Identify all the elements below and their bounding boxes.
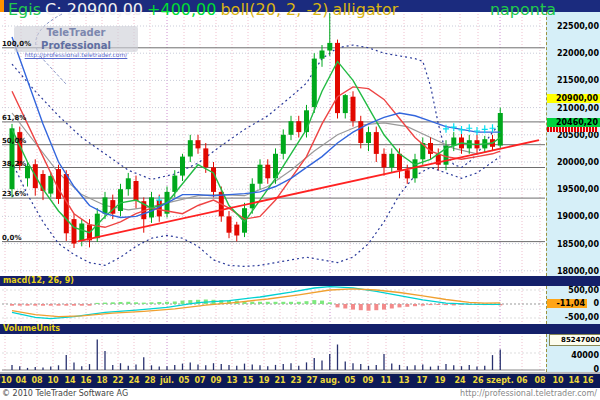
time-axis-label: 24 — [454, 376, 465, 385]
chart-svg[interactable] — [0, 0, 600, 400]
traded-price-badge: 20460,20 — [547, 118, 600, 127]
time-axis-label: 09 — [362, 376, 373, 385]
price-axis-label: 22000,00 — [557, 49, 599, 58]
time-axis-label: 18 — [96, 376, 107, 385]
chart-canvas[interactable] — [0, 0, 600, 400]
symbol-label: Egis — [8, 0, 41, 19]
watermark-brand: TeleTrader — [47, 27, 106, 38]
macd-axis-min: -500,00 — [565, 313, 599, 322]
volume-axis[interactable]: 85247000 40000 0 — [546, 334, 600, 372]
time-axis-label: 07 — [194, 376, 205, 385]
volume-header-label: VolumeUnits — [3, 324, 60, 333]
time-axis-label: 06 — [516, 376, 527, 385]
time-axis-label: aug. — [320, 376, 340, 385]
macd-axis[interactable]: 500,00 0 -500,00 -11,04 — [546, 286, 600, 324]
price-axis-label: 21500,00 — [557, 76, 599, 85]
price-axis-label: 18000,00 — [557, 267, 599, 276]
timeframe-label: naponta — [490, 0, 556, 19]
time-axis-label: 10 — [552, 376, 563, 385]
time-axis-label: 04 — [15, 376, 26, 385]
time-axis-label: 09 — [210, 376, 221, 385]
time-axis-label: 08 — [534, 376, 545, 385]
price-axis-label: 20500,00 — [557, 131, 599, 140]
price-axis-label: 18500,00 — [557, 240, 599, 249]
time-axis-label: 19 — [258, 376, 269, 385]
time-axis-label: 19 — [434, 376, 445, 385]
teletrader-watermark: TeleTrader Professional http://professio… — [14, 26, 138, 52]
fibonacci-level-label: 50,0% — [2, 137, 26, 145]
time-axis-label: 14 — [568, 376, 579, 385]
time-axis-label: 14 — [64, 376, 75, 385]
macd-panel-header: macd(12, 26, 9) — [0, 276, 600, 286]
price-axis-label: 20000,00 — [557, 158, 599, 167]
time-axis-label: 24 — [128, 376, 139, 385]
copyright-label: © 2010 TeleTrader Software AG — [2, 388, 128, 400]
time-axis[interactable]: '10040810141618222428júl.050709131519212… — [0, 372, 600, 388]
time-axis-label: 22 — [112, 376, 123, 385]
volume-panel-header: VolumeUnits — [0, 324, 600, 334]
change-label: +400,00 — [147, 0, 216, 19]
time-axis-label: 13 — [226, 376, 237, 385]
watermark-brand2: Professional — [41, 40, 111, 51]
time-axis-label: júl. — [160, 376, 174, 385]
time-axis-label: 05 — [344, 376, 355, 385]
macd-value-badge: -11,04 — [547, 299, 587, 308]
time-axis-label: szept. — [486, 376, 513, 385]
footer-url: http://professional.teletrader.com/ — [460, 388, 597, 400]
macd-axis-max: 500,00 — [568, 286, 599, 295]
chart-title: EgisC: 20900,00+400,00boll(20, 2, -2)all… — [8, 0, 402, 19]
time-axis-label: 10 — [47, 376, 58, 385]
volume-axis-max: 40000 — [571, 351, 599, 360]
time-axis-label: 13 — [398, 376, 409, 385]
fibonacci-level-label: 0,0% — [2, 234, 21, 242]
alligator-indicator-label: alligator — [333, 0, 399, 19]
time-axis-label: 17 — [416, 376, 427, 385]
volume-value-badge: 85247000 — [549, 334, 600, 346]
bollinger-indicator-label: boll(20, 2, -2) — [220, 0, 328, 19]
time-axis-label: 15 — [242, 376, 253, 385]
time-axis-ticks — [0, 372, 600, 374]
fibonacci-level-label: 23,6% — [2, 190, 26, 198]
price-axis-label: 22500,00 — [557, 22, 599, 31]
time-axis-label: 23 — [290, 376, 301, 385]
macd-header-label: macd(12, 26, 9) — [3, 276, 74, 285]
time-axis-label: 21 — [274, 376, 285, 385]
price-axis-label: 21000,00 — [557, 104, 599, 113]
time-axis-label: '10 — [0, 376, 12, 385]
teletrader-chart-window: EgisC: 20900,00+400,00boll(20, 2, -2)all… — [0, 0, 600, 400]
fibonacci-level-label: 38,2% — [2, 160, 26, 168]
watermark-url: http://professional.teletrader.com/ — [14, 52, 138, 58]
time-axis-label: 26 — [472, 376, 483, 385]
price-axis[interactable]: 18000,0018500,0019000,0019500,0020000,00… — [546, 12, 600, 276]
time-axis-label: 28 — [144, 376, 155, 385]
time-axis-label: 05 — [178, 376, 189, 385]
alert-price-badge — [547, 127, 598, 132]
time-axis-label: 16 — [582, 376, 593, 385]
footer-bar: © 2010 TeleTrader Software AG http://pro… — [0, 388, 600, 400]
last-price-badge: 20900,00 — [547, 94, 600, 103]
window-corner-tab — [0, 0, 4, 12]
fibonacci-level-label: 100,0% — [2, 40, 31, 48]
volume-axis-zero: 0 — [593, 365, 599, 374]
time-axis-label: 08 — [31, 376, 42, 385]
time-axis-label: 16 — [80, 376, 91, 385]
price-axis-label: 19500,00 — [557, 185, 599, 194]
time-axis-label: 11 — [380, 376, 391, 385]
macd-axis-zero: 0 — [593, 299, 599, 308]
close-price-label: C: 20900,00 — [45, 0, 143, 19]
price-axis-label: 19000,00 — [557, 212, 599, 221]
fibonacci-level-label: 61,8% — [2, 114, 26, 122]
time-axis-label: 27 — [306, 376, 317, 385]
